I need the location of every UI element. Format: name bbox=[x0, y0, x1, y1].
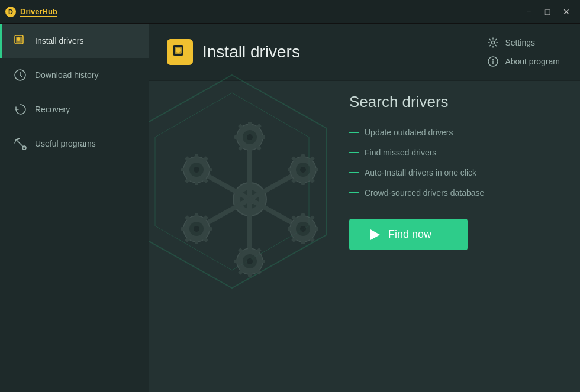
search-title: Search drivers bbox=[349, 93, 550, 111]
svg-rect-89 bbox=[181, 227, 186, 231]
settings-icon bbox=[487, 37, 499, 48]
useful-programs-icon bbox=[14, 137, 27, 150]
svg-rect-43 bbox=[248, 272, 252, 277]
svg-rect-88 bbox=[207, 227, 212, 231]
svg-rect-44 bbox=[260, 260, 265, 263]
gear-illustration bbox=[167, 105, 333, 294]
svg-text:D: D bbox=[8, 8, 13, 15]
svg-rect-78 bbox=[181, 168, 186, 171]
svg-rect-75 bbox=[195, 154, 198, 159]
feature-dash bbox=[349, 132, 359, 133]
svg-rect-55 bbox=[314, 168, 318, 171]
svg-rect-32 bbox=[248, 148, 252, 153]
svg-point-12 bbox=[176, 48, 181, 53]
svg-point-52 bbox=[300, 167, 306, 173]
feature-text: Crowd-sourced drivers database bbox=[365, 188, 484, 197]
feature-dash bbox=[349, 192, 359, 193]
svg-point-4 bbox=[17, 37, 20, 41]
content-area: Install drivers Settings bbox=[149, 24, 580, 392]
feature-text: Auto-Install drivers in one click bbox=[365, 168, 476, 177]
header-title-area: Install drivers bbox=[167, 39, 300, 65]
feature-item: Crowd-sourced drivers database bbox=[349, 188, 550, 197]
app-logo-icon: D bbox=[5, 6, 17, 18]
sidebar-item-useful-programs[interactable]: Useful programs bbox=[0, 127, 149, 161]
sidebar-item-label: Useful programs bbox=[35, 139, 96, 148]
find-now-label: Find now bbox=[388, 228, 431, 241]
svg-rect-66 bbox=[314, 227, 318, 231]
svg-rect-33 bbox=[260, 135, 265, 139]
install-drivers-icon bbox=[14, 34, 27, 47]
svg-point-74 bbox=[194, 167, 199, 173]
header-logo bbox=[167, 39, 193, 65]
svg-point-30 bbox=[247, 134, 253, 140]
svg-rect-86 bbox=[195, 213, 198, 218]
feature-item: Auto-Install drivers in one click bbox=[349, 168, 550, 177]
svg-point-41 bbox=[247, 258, 253, 264]
svg-line-8 bbox=[15, 140, 16, 143]
recovery-icon bbox=[14, 103, 27, 116]
titlebar-left: D DriverHub bbox=[5, 6, 57, 18]
titlebar: D DriverHub − □ ✕ bbox=[0, 0, 580, 24]
svg-point-16 bbox=[492, 59, 494, 60]
play-icon bbox=[370, 229, 380, 240]
feature-text: Update outdated drivers bbox=[365, 128, 453, 137]
svg-rect-76 bbox=[195, 180, 198, 185]
info-icon bbox=[487, 56, 499, 67]
svg-line-7 bbox=[16, 138, 20, 140]
content-body: Search drivers Update outdated drivers F… bbox=[149, 81, 580, 392]
close-button[interactable]: ✕ bbox=[558, 4, 575, 20]
sidebar-item-label: Download history bbox=[35, 70, 98, 80]
sidebar-item-recovery[interactable]: Recovery bbox=[0, 92, 149, 127]
svg-rect-87 bbox=[195, 239, 198, 244]
main-layout: Install drivers Download history Recover… bbox=[0, 24, 580, 392]
svg-rect-67 bbox=[288, 227, 292, 231]
svg-rect-31 bbox=[248, 122, 252, 127]
svg-point-85 bbox=[194, 226, 199, 232]
svg-rect-65 bbox=[301, 239, 305, 244]
settings-button[interactable]: Settings bbox=[485, 35, 537, 50]
svg-rect-34 bbox=[234, 135, 239, 139]
feature-dash bbox=[349, 152, 359, 153]
feature-item: Find missed drivers bbox=[349, 148, 550, 157]
svg-rect-64 bbox=[301, 213, 305, 218]
download-history-icon bbox=[14, 69, 27, 82]
header-logo-icon bbox=[171, 43, 189, 61]
sidebar-item-label: Recovery bbox=[35, 105, 70, 114]
app-title: DriverHub bbox=[20, 7, 57, 16]
svg-point-13 bbox=[492, 41, 495, 44]
svg-rect-45 bbox=[234, 260, 239, 263]
feature-dash bbox=[349, 172, 359, 173]
find-now-button[interactable]: Find now bbox=[349, 219, 468, 250]
right-panel: Search drivers Update outdated drivers F… bbox=[349, 93, 550, 250]
svg-rect-77 bbox=[207, 168, 212, 171]
feature-text: Find missed drivers bbox=[365, 148, 436, 157]
sidebar-item-install-drivers[interactable]: Install drivers bbox=[0, 24, 149, 58]
sidebar-item-download-history[interactable]: Download history bbox=[0, 58, 149, 92]
about-label: About program bbox=[505, 57, 560, 66]
feature-list: Update outdated drivers Find missed driv… bbox=[349, 128, 550, 197]
sidebar: Install drivers Download history Recover… bbox=[0, 24, 149, 392]
svg-rect-42 bbox=[248, 246, 252, 251]
settings-label: Settings bbox=[505, 38, 535, 47]
header-actions: Settings About program bbox=[485, 35, 562, 69]
about-button[interactable]: About program bbox=[485, 54, 562, 69]
svg-rect-53 bbox=[301, 154, 305, 159]
minimize-button[interactable]: − bbox=[520, 4, 537, 20]
feature-item: Update outdated drivers bbox=[349, 128, 550, 137]
svg-rect-56 bbox=[288, 168, 292, 171]
page-title: Install drivers bbox=[202, 43, 300, 61]
sidebar-item-label: Install drivers bbox=[35, 36, 83, 46]
svg-rect-54 bbox=[301, 180, 305, 185]
svg-point-63 bbox=[300, 226, 306, 232]
maximize-button[interactable]: □ bbox=[539, 4, 556, 20]
window-controls: − □ ✕ bbox=[520, 4, 575, 20]
